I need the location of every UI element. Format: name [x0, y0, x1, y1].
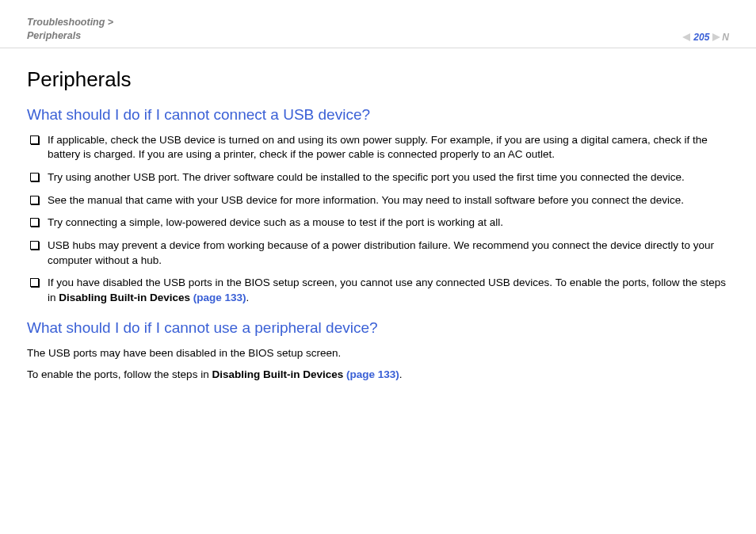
body-paragraph: The USB ports may have been disabled in …	[27, 346, 729, 361]
page-navigation: 205 N	[682, 32, 729, 43]
list-item: Try connecting a simple, low-powered dev…	[27, 216, 729, 231]
usb-troubleshoot-list: If applicable, check the USB device is t…	[27, 133, 729, 306]
breadcrumb: Troubleshooting > Peripherals	[27, 16, 113, 43]
list-item: Try using another USB port. The driver s…	[27, 170, 729, 185]
breadcrumb-line-2: Peripherals	[27, 30, 81, 41]
bold-text: Disabling Built-in Devices	[59, 292, 193, 303]
section-heading-peripheral: What should I do if I cannot use a perip…	[27, 319, 729, 337]
page-content: Peripherals What should I do if I cannot…	[0, 48, 756, 383]
document-page: Troubleshooting > Peripherals 205 N Peri…	[0, 0, 756, 534]
breadcrumb-line-1: Troubleshooting >	[27, 17, 113, 28]
list-item-text-post: .	[246, 292, 250, 303]
page-link-133[interactable]: (page 133)	[346, 368, 399, 380]
body-text-post: .	[399, 368, 403, 380]
prev-page-icon[interactable]	[682, 33, 690, 41]
body-paragraph: To enable the ports, follow the steps in…	[27, 368, 729, 383]
page-title: Peripherals	[27, 67, 729, 92]
bold-text: Disabling Built-in Devices	[212, 368, 346, 380]
section-heading-usb-connect: What should I do if I cannot connect a U…	[27, 106, 729, 124]
page-number: 205	[693, 32, 709, 43]
nav-suffix: N	[722, 32, 729, 43]
page-link-133[interactable]: (page 133)	[193, 292, 246, 303]
page-header: Troubleshooting > Peripherals 205 N	[0, 0, 756, 48]
list-item: If you have disabled the USB ports in th…	[27, 276, 729, 305]
next-page-icon[interactable]	[712, 33, 720, 41]
list-item: USB hubs may prevent a device from worki…	[27, 238, 729, 268]
body-text-pre: To enable the ports, follow the steps in	[27, 368, 212, 380]
list-item: See the manual that came with your USB d…	[27, 193, 729, 208]
list-item: If applicable, check the USB device is t…	[27, 133, 729, 162]
